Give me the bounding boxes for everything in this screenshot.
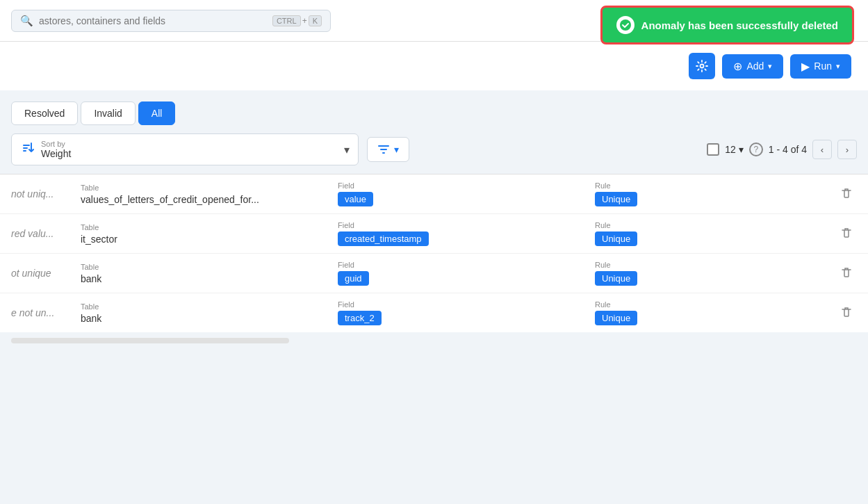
pagination-area: 12 ▾ ? 1 - 4 of 4 ‹ › (707, 140, 857, 159)
run-play-icon: ▶ (801, 60, 810, 73)
toast-check-icon (616, 16, 634, 34)
toast-message: Anomaly has been successfully deleted (641, 19, 838, 31)
rule-badge-2: Unique (595, 271, 637, 286)
sort-label: Sort by Weight (41, 140, 71, 159)
table-col-3: Table bank (81, 302, 338, 324)
rule-col-3: Rule Unique (595, 300, 789, 325)
add-button[interactable]: ⊕ Add ▾ (722, 54, 783, 79)
field-col-3: Field track_2 (338, 300, 595, 325)
sort-by-label: Sort by (41, 140, 71, 148)
next-page-button[interactable]: › (837, 140, 857, 159)
add-chevron-icon: ▾ (768, 62, 772, 71)
page-size-chevron-icon: ▾ (739, 144, 744, 155)
delete-button-0[interactable] (836, 183, 857, 206)
add-circle-icon: ⊕ (733, 60, 742, 73)
actions-col-1 (789, 222, 857, 245)
help-icon[interactable]: ? (749, 143, 763, 156)
delete-button-2[interactable] (836, 262, 857, 285)
field-badge-3: track_2 (338, 311, 382, 325)
scroll-indicator[interactable] (11, 338, 289, 343)
tab-invalid[interactable]: Invalid (81, 101, 135, 125)
run-button[interactable]: ▶ Run ▾ (790, 54, 851, 79)
field-badge-2: guid (338, 271, 369, 286)
rule-badge-1: Unique (595, 231, 637, 246)
search-icon: 🔍 (20, 15, 33, 27)
success-toast: Anomaly has been successfully deleted (600, 6, 854, 44)
keyboard-shortcut: CTRL + K (272, 15, 322, 26)
anomaly-col-2: ot unique (11, 267, 81, 279)
sort-dropdown[interactable]: Sort by Weight ▾ (11, 133, 359, 165)
table-col-1: Table it_sector (81, 223, 338, 245)
field-badge-0: value (338, 192, 373, 206)
field-col-1: Field created_timestamp (338, 221, 595, 246)
filter-bar: Sort by Weight ▾ ▾ 12 ▾ ? 1 - 4 of 4 ‹ › (0, 125, 868, 174)
sort-icon (20, 140, 35, 159)
anomaly-col-1: red valu... (11, 227, 81, 240)
rule-col-2: Rule Unique (595, 261, 789, 286)
top-bar: 🔍 CTRL + K Anomaly has been successfully… (0, 0, 868, 42)
actions-col-0 (789, 183, 857, 206)
tab-resolved[interactable]: Resolved (11, 101, 78, 125)
page-info: 1 - 4 of 4 (769, 144, 807, 155)
rule-col-0: Rule Unique (595, 181, 789, 206)
search-input[interactable] (39, 15, 267, 26)
table-col-0: Table values_of_letters_of_credit_opened… (81, 184, 338, 205)
field-col-0: Field value (338, 181, 595, 206)
table-row: not uniq... Table values_of_letters_of_c… (0, 174, 868, 214)
tab-all[interactable]: All (138, 101, 176, 125)
field-col-2: Field guid (338, 261, 595, 286)
tabs-bar: Resolved Invalid All (0, 90, 868, 125)
table-row: ot unique Table bank Field guid Rule Uni… (0, 254, 868, 293)
main-content: Resolved Invalid All Sort by Weight ▾ (0, 90, 868, 368)
search-box[interactable]: 🔍 CTRL + K (11, 10, 331, 32)
page-size-select[interactable]: 12 ▾ (725, 144, 744, 155)
anomaly-table: not uniq... Table values_of_letters_of_c… (0, 174, 868, 332)
filter-button[interactable]: ▾ (367, 137, 409, 162)
actions-col-3 (789, 302, 857, 325)
delete-button-3[interactable] (836, 302, 857, 325)
anomaly-col-0: not uniq... (11, 188, 81, 200)
table-row: e not un... Table bank Field track_2 Rul… (0, 293, 868, 332)
anomaly-col-3: e not un... (11, 307, 81, 319)
prev-page-button[interactable]: ‹ (812, 140, 832, 159)
sort-chevron-icon: ▾ (344, 143, 350, 156)
rule-badge-3: Unique (595, 311, 637, 325)
actions-col-2 (789, 262, 857, 285)
table-col-2: Table bank (81, 263, 338, 284)
table-row: red valu... Table it_sector Field create… (0, 214, 868, 254)
run-chevron-icon: ▾ (836, 62, 840, 71)
svg-point-1 (701, 65, 704, 68)
sort-weight-label: Weight (41, 148, 71, 159)
rule-col-1: Rule Unique (595, 221, 789, 246)
settings-button[interactable] (689, 53, 715, 79)
field-badge-1: created_timestamp (338, 231, 429, 246)
delete-button-1[interactable] (836, 222, 857, 245)
action-bar: ⊕ Add ▾ ▶ Run ▾ (0, 42, 868, 90)
filter-chevron-icon: ▾ (394, 144, 399, 155)
select-all-checkbox[interactable] (707, 143, 719, 156)
rule-badge-0: Unique (595, 192, 637, 206)
svg-point-0 (620, 19, 631, 31)
